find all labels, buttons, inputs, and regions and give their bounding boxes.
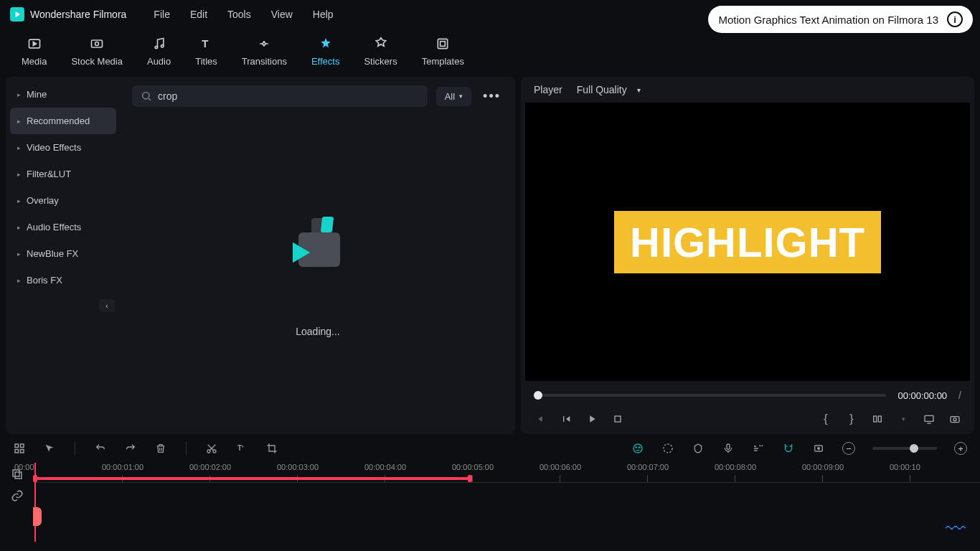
svg-rect-17 (15, 450, 19, 453)
audio-mix-button[interactable] (752, 442, 765, 455)
undo-button[interactable] (94, 442, 107, 455)
svg-point-24 (636, 447, 637, 448)
zoom-out-button[interactable]: − (842, 442, 855, 455)
help-pill[interactable]: Motion Graphics Text Animation on Filmor… (708, 6, 973, 33)
text-tool-button[interactable]: T▾ (235, 442, 248, 455)
svg-rect-1 (92, 40, 103, 47)
help-pill-text: Motion Graphics Text Animation on Filmor… (718, 14, 938, 26)
tab-templates[interactable]: Templates (422, 36, 464, 67)
more-options-button[interactable]: ••• (480, 89, 504, 104)
clip-handle[interactable] (33, 507, 42, 526)
sidebar-item-audio-effects[interactable]: ▸Audio Effects (6, 214, 121, 240)
seek-bar[interactable] (534, 394, 886, 397)
chevron-right-icon: ▸ (17, 118, 21, 125)
selection-range[interactable] (34, 477, 471, 480)
sidebar-item-boris-fx[interactable]: ▸Boris FX (6, 267, 121, 293)
time-display: 00:00:00:00 (897, 390, 947, 401)
brand-icon (10, 7, 24, 22)
redo-button[interactable] (124, 442, 137, 455)
prev-frame-button[interactable] (534, 413, 547, 425)
sidebar-item-mine[interactable]: ▸Mine (6, 81, 121, 108)
grid-icon[interactable] (13, 442, 26, 455)
info-icon: i (947, 11, 963, 27)
svg-point-8 (143, 93, 149, 99)
brand-text: Wondershare Filmora (30, 9, 126, 20)
display-button[interactable] (923, 413, 936, 425)
link-icon[interactable] (10, 489, 24, 503)
menu-view[interactable]: View (271, 9, 293, 20)
zoom-in-button[interactable]: + (954, 442, 967, 455)
svg-rect-6 (438, 39, 448, 48)
tab-media[interactable]: Media (22, 36, 47, 67)
ruler[interactable]: 00:00 00:00:01:00 00:00:02:00 00:00:03:0… (34, 463, 980, 483)
ai-icon[interactable] (631, 442, 644, 455)
seek-handle[interactable] (534, 391, 542, 400)
svg-text:▾: ▾ (242, 444, 244, 448)
svg-text:T: T (237, 444, 242, 452)
player-label: Player (534, 84, 562, 95)
chevron-right-icon: ▸ (17, 250, 21, 258)
svg-rect-13 (951, 417, 959, 423)
stop-button[interactable] (611, 413, 624, 425)
sidebar-item-video-effects[interactable]: ▸Video Effects (6, 134, 121, 161)
chevron-right-icon: ▸ (17, 224, 21, 231)
sidebar-item-recommended[interactable]: ▸Recommended (10, 108, 116, 134)
menu-edit[interactable]: Edit (190, 9, 207, 20)
tab-stock-media[interactable]: Stock Media (71, 36, 123, 67)
zoom-handle[interactable] (910, 444, 918, 453)
mic-button[interactable] (722, 442, 735, 455)
sidebar-item-overlay[interactable]: ▸Overlay (6, 187, 121, 214)
menu-file[interactable]: File (154, 9, 170, 20)
playhead[interactable] (34, 463, 36, 542)
step-back-button[interactable] (560, 413, 573, 425)
filter-dropdown[interactable]: All ▾ (436, 87, 471, 106)
video-stage[interactable]: HIGHLIGHT (525, 103, 970, 381)
collapse-sidebar-button[interactable]: ‹ (99, 299, 115, 312)
cut-button[interactable] (205, 442, 218, 455)
sidebar-item-filter-lut[interactable]: ▸Filter&LUT (6, 161, 121, 187)
delete-button[interactable] (154, 442, 167, 455)
svg-rect-11 (878, 416, 881, 422)
quality-dropdown[interactable]: Full Quality ▾ (577, 84, 641, 95)
record-button[interactable] (812, 442, 825, 455)
search-input[interactable] (158, 90, 419, 102)
snapshot-button[interactable] (948, 413, 961, 425)
magnet-button[interactable] (782, 442, 795, 455)
color-button[interactable] (661, 442, 674, 455)
tab-stickers[interactable]: Stickers (364, 36, 397, 67)
cursor-icon[interactable] (43, 442, 56, 455)
tab-transitions[interactable]: Transitions (242, 36, 287, 67)
wave-logo-icon: 〰 (946, 517, 966, 541)
tab-audio[interactable]: Audio (147, 36, 171, 67)
preview-title-box: HIGHLIGHT (614, 211, 881, 273)
svg-rect-9 (615, 416, 621, 422)
sidebar-item-newblue-fx[interactable]: ▸NewBlue FX (6, 240, 121, 267)
chevron-down-icon[interactable]: ▾ (897, 413, 910, 425)
mark-in-button[interactable]: { (819, 413, 832, 425)
menu-help[interactable]: Help (313, 9, 334, 20)
crop-button[interactable] (265, 442, 278, 455)
chevron-down-icon: ▾ (459, 93, 463, 100)
search-input-wrap[interactable] (132, 85, 428, 107)
zoom-slider[interactable] (872, 447, 937, 450)
brand: Wondershare Filmora (10, 7, 126, 22)
svg-text:T: T (202, 37, 208, 50)
svg-rect-31 (15, 472, 22, 479)
marker-button[interactable] (692, 442, 705, 455)
stock-media-icon (88, 36, 106, 52)
svg-rect-10 (874, 416, 877, 422)
svg-rect-12 (925, 415, 933, 421)
mark-out-button[interactable]: } (845, 413, 858, 425)
menu-tools[interactable]: Tools (227, 9, 251, 20)
svg-point-3 (155, 46, 157, 48)
time-divider: / (958, 390, 961, 401)
chevron-right-icon: ▸ (17, 144, 21, 151)
ratio-button[interactable] (871, 413, 884, 425)
tab-titles[interactable]: T Titles (195, 36, 217, 67)
tab-effects[interactable]: Effects (311, 36, 340, 67)
play-button[interactable] (585, 413, 598, 425)
svg-rect-27 (727, 444, 730, 449)
player-panel: Player Full Quality ▾ HIGHLIGHT 00:00:00… (521, 77, 974, 434)
timeline-toolbar: T▾ − + (0, 434, 980, 463)
svg-point-29 (818, 448, 820, 450)
